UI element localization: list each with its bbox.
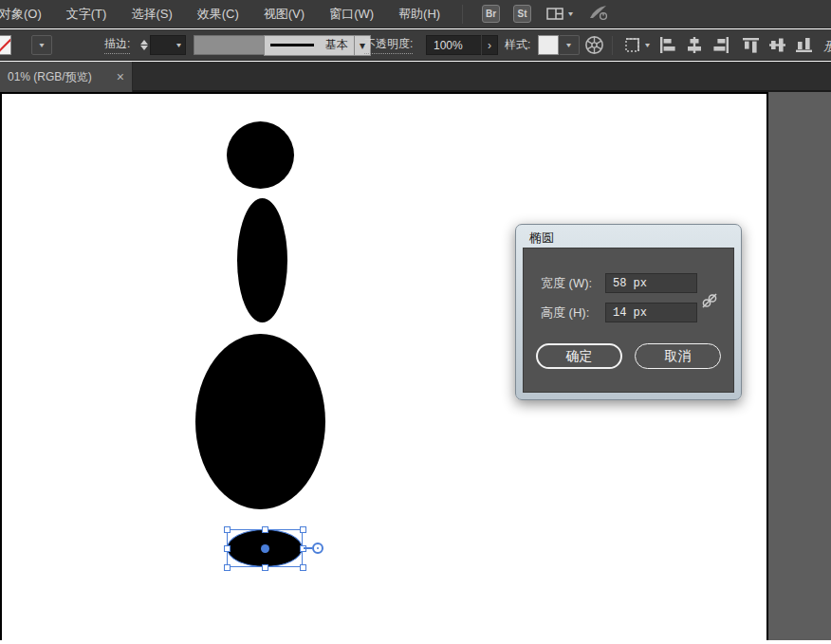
illustrator-window: 对象(O) 文字(T) 选择(S) 效果(C) 视图(V) 窗口(W) 帮助(H… — [0, 0, 831, 644]
stroke-weight-stepper[interactable] — [140, 40, 148, 50]
opacity-value: 100% — [434, 39, 463, 52]
live-shape-widget-handle[interactable] — [312, 543, 323, 554]
menu-separator — [462, 5, 463, 24]
document-tab-bar: 01% (RGB/预览) × — [0, 62, 831, 92]
rearrange-artboards-icon[interactable] — [623, 36, 642, 55]
workspace-icon — [546, 8, 563, 20]
selection-handle[interactable] — [224, 545, 231, 552]
stroke-weight-combo[interactable]: ▾ — [150, 35, 186, 55]
graphic-style-swatch[interactable] — [538, 35, 559, 55]
selection-handle[interactable] — [224, 564, 231, 571]
align-top-icon[interactable] — [743, 37, 760, 53]
menu-view[interactable]: 视图(V) — [251, 0, 317, 28]
align-horizontal-center-icon[interactable] — [686, 37, 703, 53]
recolor-artwork-icon[interactable] — [584, 35, 604, 55]
dialog-title: 椭圆 — [529, 230, 554, 247]
chevron-down-icon: ▾ — [176, 41, 181, 49]
selection-handle[interactable] — [300, 526, 306, 533]
step-down-icon — [140, 46, 148, 50]
brush-definition-dropdown[interactable]: 基本 ▾ — [264, 35, 371, 56]
menu-select[interactable]: 选择(S) — [119, 0, 184, 28]
align-right-icon[interactable] — [712, 37, 729, 53]
workspace-switcher[interactable]: ▾ — [546, 8, 573, 20]
height-input[interactable]: 14 px — [605, 303, 697, 322]
fill-color-none-swatch[interactable] — [0, 35, 11, 55]
selection-handle[interactable] — [224, 526, 231, 533]
stroke-panel-link[interactable]: 描边: — [104, 36, 130, 54]
document-tab[interactable]: 01% (RGB/预览) × — [0, 62, 133, 92]
style-chevron-button[interactable]: ▾ — [559, 35, 580, 55]
screenshot-bottom-strip — [0, 640, 831, 644]
opacity-input[interactable]: 100% › — [426, 35, 498, 55]
chevron-down-icon: ▾ — [39, 41, 44, 49]
ok-button[interactable]: 确定 — [536, 343, 622, 369]
control-separator — [612, 36, 613, 55]
selection-handle[interactable] — [262, 564, 268, 571]
stock-button[interactable]: St — [513, 5, 531, 23]
style-label: 样式: — [505, 37, 530, 53]
dialog-panel: 宽度 (W): 58 px 高度 (H): 14 px 确定 — [523, 248, 734, 393]
chevron-down-icon: ▾ — [568, 9, 573, 18]
menu-effect[interactable]: 效果(C) — [185, 0, 251, 28]
menu-type[interactable]: 文字(T) — [54, 0, 120, 28]
align-bottom-icon[interactable] — [796, 37, 813, 53]
arrow-right-icon: › — [488, 39, 491, 52]
step-up-icon — [140, 40, 148, 45]
menu-bar: 对象(O) 文字(T) 选择(S) 效果(C) 视图(V) 窗口(W) 帮助(H… — [0, 0, 831, 28]
height-value: 14 px — [613, 306, 647, 320]
opacity-expand-button[interactable]: › — [481, 35, 497, 55]
control-bar: ▾ 描边: ▾ 基本 ▾ 不透 — [0, 29, 831, 61]
align-left-icon[interactable] — [659, 37, 676, 53]
brush-name: 基本 — [320, 37, 354, 53]
height-label: 高度 (H): — [541, 304, 600, 322]
live-shape-widget-line — [304, 547, 312, 549]
menu-object[interactable]: 对象(O) — [0, 0, 54, 28]
menu-window[interactable]: 窗口(W) — [317, 0, 386, 28]
opacity-panel-link[interactable]: 不透明度: — [364, 36, 413, 54]
ellipse-circle-top[interactable] — [227, 121, 294, 189]
bridge-button[interactable]: Br — [482, 5, 500, 23]
ellipse-tall[interactable] — [237, 198, 287, 322]
align-vertical-center-icon[interactable] — [769, 37, 786, 53]
chevron-down-icon: ▾ — [645, 41, 650, 49]
document-tab-title: 01% (RGB/预览) — [8, 69, 92, 85]
cs-live-feather-icon[interactable] — [588, 4, 609, 24]
selection-handle[interactable] — [262, 526, 268, 533]
transform-partial-label: 形 — [823, 38, 831, 55]
unlink-icon — [699, 290, 720, 311]
selection-handle[interactable] — [300, 564, 306, 571]
chevron-down-icon: ▾ — [566, 41, 571, 49]
width-input[interactable]: 58 px — [605, 273, 697, 293]
ellipse-dialog: 椭圆 宽度 (W): 58 px 高度 (H): 14 px — [515, 224, 742, 400]
constrain-proportions-toggle[interactable] — [699, 290, 720, 315]
cancel-button[interactable]: 取消 — [635, 343, 721, 369]
ellipse-large[interactable] — [195, 334, 325, 509]
fill-chevron-button[interactable]: ▾ — [31, 35, 52, 55]
brush-stroke-preview — [270, 44, 314, 46]
width-value: 58 px — [613, 277, 647, 290]
menu-help[interactable]: 帮助(H) — [386, 0, 452, 28]
shape-center-point[interactable] — [261, 544, 269, 553]
width-label: 宽度 (W): — [541, 275, 600, 292]
close-icon[interactable]: × — [117, 70, 124, 83]
